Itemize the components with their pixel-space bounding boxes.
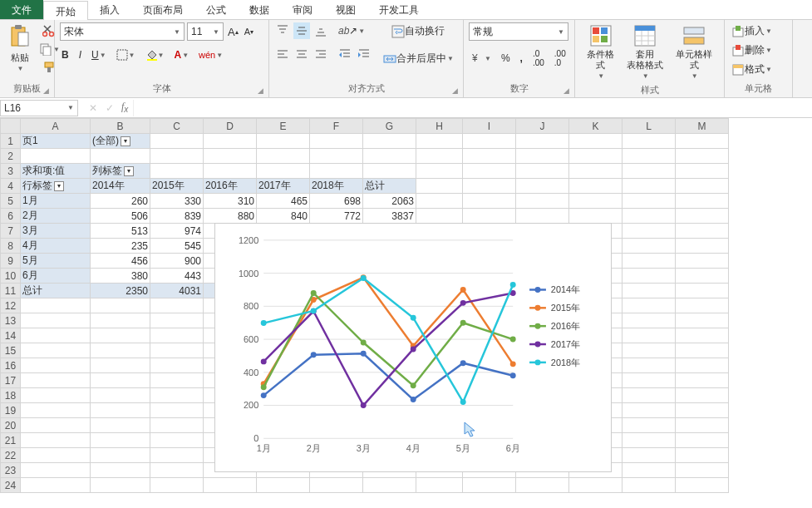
underline-button[interactable]: U▼ [90,47,108,62]
col-header[interactable]: J [516,119,569,134]
cell[interactable] [91,463,150,478]
font-name-combo[interactable]: 宋体▼ [60,22,185,41]
cell[interactable] [676,224,729,239]
cell[interactable]: 列标签▾ [91,164,150,179]
cell[interactable]: 4031 [150,284,204,298]
col-header[interactable]: K [569,119,623,134]
col-header[interactable]: I [463,119,516,134]
cell[interactable] [623,194,676,209]
bold-button[interactable]: B [60,47,71,62]
fx-icon[interactable]: fx [121,101,128,114]
cell[interactable] [91,298,150,313]
percent-button[interactable]: % [500,51,512,66]
cell[interactable] [676,373,729,388]
cell[interactable] [363,149,416,164]
cell[interactable] [623,388,676,403]
align-top-button[interactable] [274,22,291,39]
cell[interactable] [569,194,623,209]
cell[interactable] [516,209,569,224]
cell[interactable] [516,134,569,149]
cell[interactable] [463,209,516,224]
cell[interactable] [150,149,204,164]
cell[interactable] [623,224,676,239]
cell[interactable]: 2350 [91,284,150,298]
cell[interactable] [676,209,729,224]
cell[interactable] [150,478,204,493]
cell[interactable] [21,149,91,164]
cell[interactable]: 3837 [363,209,416,224]
cell[interactable]: 2015年 [150,179,204,194]
row-header[interactable]: 24 [1,478,21,493]
cell[interactable] [516,179,569,194]
cell[interactable] [623,343,676,358]
cell[interactable] [204,478,257,493]
cells-format-button[interactable]: 格式▼ [730,61,774,78]
cell[interactable] [676,343,729,358]
row-header[interactable]: 10 [1,269,21,284]
accounting-button[interactable]: ¥▼ [469,50,493,67]
cell[interactable] [676,269,729,284]
cell[interactable] [363,478,416,493]
row-header[interactable]: 15 [1,343,21,358]
cell[interactable] [150,388,204,403]
cell-style-button[interactable]: 单元格样式▼ [669,22,719,82]
align-middle-button[interactable] [293,22,310,39]
decrease-decimal-button[interactable]: .00.0 [553,47,568,69]
cell[interactable] [416,134,463,149]
cell[interactable]: 310 [204,194,257,209]
cell[interactable] [310,164,363,179]
cell[interactable] [416,179,463,194]
cell[interactable] [21,403,91,418]
cell[interactable] [676,463,729,478]
cell[interactable] [623,239,676,254]
cell[interactable] [257,149,310,164]
cell[interactable] [21,313,91,328]
page-filter-icon[interactable]: ▾ [121,136,130,146]
cell[interactable] [150,343,204,358]
row-header[interactable]: 11 [1,284,21,298]
cell[interactable] [623,284,676,298]
enter-button[interactable]: ✓ [101,102,118,114]
row-header[interactable]: 3 [1,164,21,179]
row-header[interactable]: 1 [1,134,21,149]
cell[interactable]: 2017年 [257,179,310,194]
cell[interactable] [676,194,729,209]
tab-insert[interactable]: 插入 [88,0,131,19]
cell[interactable] [21,298,91,313]
tab-home[interactable]: 开始 [43,1,88,20]
cell[interactable] [676,328,729,343]
cell[interactable]: 880 [204,209,257,224]
col-header[interactable]: G [363,119,416,134]
cell[interactable] [21,433,91,448]
cell[interactable] [416,478,463,493]
row-header[interactable]: 8 [1,239,21,254]
cell[interactable] [150,134,204,149]
tab-formulas[interactable]: 公式 [194,0,238,19]
cell[interactable] [91,418,150,433]
cell[interactable] [676,298,729,313]
cell[interactable] [676,448,729,463]
row-header[interactable]: 4 [1,179,21,194]
cell[interactable] [21,418,91,433]
cell[interactable] [21,328,91,343]
phonetic-button[interactable]: wén▼ [197,48,224,62]
cell[interactable] [676,388,729,403]
cancel-button[interactable]: ✕ [85,102,101,114]
cell[interactable] [91,373,150,388]
cell[interactable] [623,328,676,343]
font-launcher[interactable]: ◢ [258,86,263,95]
cell[interactable] [623,179,676,194]
tab-layout[interactable]: 页面布局 [131,0,194,19]
cell[interactable]: 4月 [21,239,91,254]
cell[interactable]: 443 [150,269,204,284]
cell[interactable]: 2018年 [310,179,363,194]
cells-insert-button[interactable]: 插入▼ [730,22,774,40]
comma-button[interactable]: , [519,51,524,66]
col-header[interactable]: H [416,119,463,134]
cell[interactable] [416,209,463,224]
cell[interactable]: 772 [310,209,363,224]
align-launcher[interactable]: ◢ [452,86,458,95]
name-box[interactable]: L16▼ [0,100,78,116]
cell[interactable] [91,149,150,164]
row-header[interactable]: 9 [1,254,21,269]
